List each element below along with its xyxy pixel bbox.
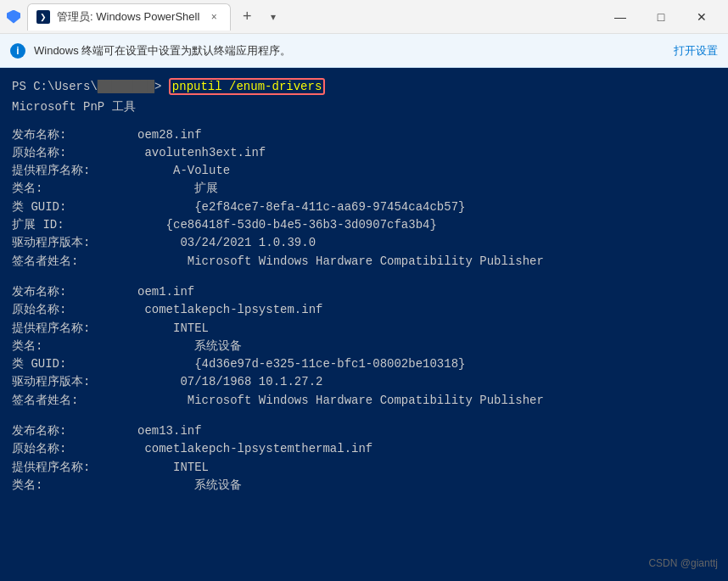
titlebar: 管理员: Windows PowerShell × + ▾ — □ ✕ bbox=[0, 0, 728, 34]
field-label: 签名者姓名: bbox=[12, 392, 137, 409]
tab-label: 管理员: Windows PowerShell bbox=[57, 9, 199, 25]
field-value: oem28.inf bbox=[137, 126, 202, 143]
field-row: 提供程序名称: INTEL bbox=[12, 320, 716, 337]
field-row: 类名: 系统设备 bbox=[12, 477, 716, 494]
field-value: 07/18/1968 10.1.27.2 bbox=[137, 373, 322, 390]
infobar-text: Windows 终端可在设置中设置为默认终端应用程序。 bbox=[34, 43, 665, 59]
field-value: oem13.inf bbox=[137, 422, 202, 439]
field-row: 发布名称: oem13.inf bbox=[12, 422, 716, 439]
field-label: 类名: bbox=[12, 338, 137, 355]
field-row: 提供程序名称: A-Volute bbox=[12, 162, 716, 179]
field-row: 类 GUID: {4d36e97d-e325-11ce-bfc1-08002be… bbox=[12, 355, 716, 372]
field-value: 扩展 bbox=[137, 180, 218, 197]
field-value: INTEL bbox=[137, 459, 209, 476]
field-row: 扩展 ID: {ce86418f-53d0-b4e5-36b3-3d0907cf… bbox=[12, 216, 716, 233]
field-value: oem1.inf bbox=[137, 283, 194, 300]
field-row: 原始名称: avolutenh3ext.inf bbox=[12, 144, 716, 161]
terminal[interactable]: PS C:\Users\████████> pnputil /enum-driv… bbox=[0, 68, 728, 581]
field-label: 扩展 ID: bbox=[12, 216, 137, 233]
driver-section-1: 发布名称: oem28.inf 原始名称: avolutenh3ext.inf … bbox=[12, 126, 716, 270]
field-value: cometlakepch-lpsystemthermal.inf bbox=[137, 440, 372, 457]
window-controls: — □ ✕ bbox=[601, 3, 721, 31]
field-row: 类名: 扩展 bbox=[12, 180, 716, 197]
field-row: 驱动程序版本: 07/18/1968 10.1.27.2 bbox=[12, 373, 716, 390]
field-label: 原始名称: bbox=[12, 301, 137, 318]
field-label: 类名: bbox=[12, 477, 137, 494]
field-value: INTEL bbox=[137, 320, 209, 337]
field-row: 原始名称: cometlakepch-lpsystem.inf bbox=[12, 301, 716, 318]
tab-powershell[interactable]: 管理员: Windows PowerShell × bbox=[27, 3, 231, 31]
field-label: 发布名称: bbox=[12, 126, 137, 143]
app-shield-icon bbox=[7, 10, 20, 24]
driver-section-3: 发布名称: oem13.inf 原始名称: cometlakepch-lpsys… bbox=[12, 422, 716, 494]
field-row: 类 GUID: {e2f84ce7-8efa-411c-aa69-97454ca… bbox=[12, 198, 716, 215]
field-label: 类名: bbox=[12, 180, 137, 197]
info-icon: i bbox=[10, 43, 25, 59]
new-tab-button[interactable]: + bbox=[234, 4, 260, 30]
field-label: 类 GUID: bbox=[12, 198, 137, 215]
field-label: 原始名称: bbox=[12, 144, 137, 161]
field-row: 原始名称: cometlakepch-lpsystemthermal.inf bbox=[12, 440, 716, 457]
field-value: Microsoft Windows Hardware Compatibility… bbox=[137, 253, 544, 270]
field-value: 03/24/2021 1.0.39.0 bbox=[137, 234, 316, 251]
maximize-button[interactable]: □ bbox=[641, 3, 680, 31]
field-label: 类 GUID: bbox=[12, 355, 137, 372]
field-value: Microsoft Windows Hardware Compatibility… bbox=[137, 392, 544, 409]
field-value: avolutenh3ext.inf bbox=[137, 144, 266, 161]
tab-dropdown-button[interactable]: ▾ bbox=[263, 7, 283, 27]
field-value: cometlakepch-lpsystem.inf bbox=[137, 301, 322, 318]
tool-title: Microsoft PnP 工具 bbox=[12, 98, 716, 115]
field-row: 发布名称: oem28.inf bbox=[12, 126, 716, 143]
command-line: PS C:\Users\████████> pnputil /enum-driv… bbox=[12, 78, 716, 95]
infobar: i Windows 终端可在设置中设置为默认终端应用程序。 打开设置 bbox=[0, 34, 728, 68]
minimize-button[interactable]: — bbox=[601, 3, 640, 31]
field-value: {ce86418f-53d0-b4e5-36b3-3d0907cfa3b4} bbox=[137, 216, 437, 233]
field-value: {4d36e97d-e325-11ce-bfc1-08002be10318} bbox=[137, 355, 465, 372]
open-settings-link[interactable]: 打开设置 bbox=[674, 43, 718, 59]
tab-close-button[interactable]: × bbox=[206, 9, 221, 25]
command-text: pnputil /enum-drivers bbox=[169, 78, 325, 95]
field-value: {e2f84ce7-8efa-411c-aa69-97454ca4cb57} bbox=[137, 198, 465, 215]
close-button[interactable]: ✕ bbox=[682, 3, 721, 31]
field-label: 原始名称: bbox=[12, 440, 137, 457]
field-row: 驱动程序版本: 03/24/2021 1.0.39.0 bbox=[12, 234, 716, 251]
field-label: 驱动程序版本: bbox=[12, 234, 137, 251]
prompt-text: PS C:\Users\████████> bbox=[12, 80, 169, 93]
field-value: 系统设备 bbox=[137, 338, 242, 355]
driver-section-2: 发布名称: oem1.inf 原始名称: cometlakepch-lpsyst… bbox=[12, 283, 716, 409]
field-value: 系统设备 bbox=[137, 477, 242, 494]
tab-area: 管理员: Windows PowerShell × + ▾ bbox=[27, 3, 594, 31]
field-row: 签名者姓名: Microsoft Windows Hardware Compat… bbox=[12, 253, 716, 270]
field-label: 驱动程序版本: bbox=[12, 373, 137, 390]
field-value: A-Volute bbox=[137, 162, 230, 179]
field-row: 提供程序名称: INTEL bbox=[12, 459, 716, 476]
field-row: 类名: 系统设备 bbox=[12, 338, 716, 355]
field-label: 签名者姓名: bbox=[12, 253, 137, 270]
powershell-icon bbox=[36, 10, 50, 24]
field-label: 提供程序名称: bbox=[12, 162, 137, 179]
field-label: 提供程序名称: bbox=[12, 459, 137, 476]
field-row: 发布名称: oem1.inf bbox=[12, 283, 716, 300]
field-label: 发布名称: bbox=[12, 283, 137, 300]
field-label: 提供程序名称: bbox=[12, 320, 137, 337]
field-row: 签名者姓名: Microsoft Windows Hardware Compat… bbox=[12, 392, 716, 409]
field-label: 发布名称: bbox=[12, 422, 137, 439]
watermark: CSDN @gianttj bbox=[648, 556, 718, 571]
